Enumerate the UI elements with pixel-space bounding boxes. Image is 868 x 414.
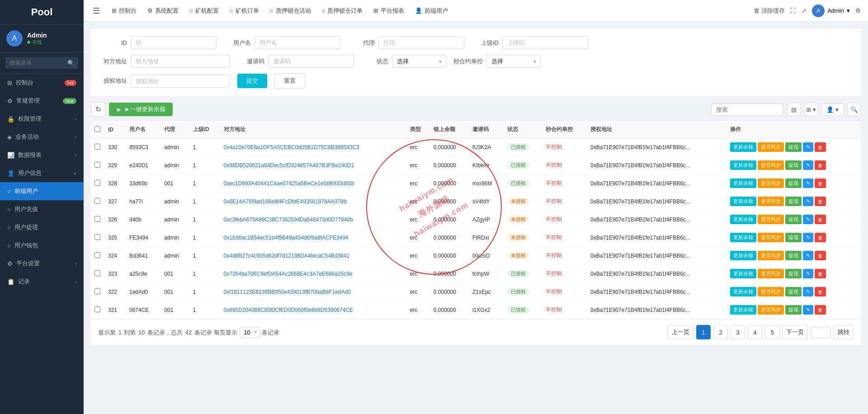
sidebar-item-user-wallet[interactable]: ○用户钱包 xyxy=(0,236,84,254)
counterparty-link[interactable]: 0x7264ba706C9efDA54Ac2668E4c3A7eE686a25c… xyxy=(224,271,353,277)
grid-view-btn[interactable]: ⊞ ▾ xyxy=(804,103,818,116)
sidebar-item-dashboard[interactable]: ⊞控制台 hot xyxy=(0,74,84,92)
counterparty-link[interactable]: 0xec1D993A40441C4ae07425a5BeCe1e58B933d6… xyxy=(224,180,354,187)
filter-auth-address-input[interactable] xyxy=(131,75,230,88)
submit-button[interactable]: 提交 xyxy=(237,74,267,88)
reset-button[interactable]: 重置 xyxy=(274,73,305,89)
withdraw-btn[interactable]: 提现 xyxy=(785,305,802,315)
sidebar-item-general[interactable]: ⚙常规管理 new xyxy=(0,92,84,110)
filter-username-input[interactable] xyxy=(255,36,340,49)
row-checkbox[interactable] xyxy=(94,144,100,150)
sync-btn[interactable]: 是否同步 xyxy=(758,215,784,224)
update-balance-btn[interactable]: 更新余额 xyxy=(730,179,756,188)
withdraw-btn[interactable]: 提现 xyxy=(785,179,802,188)
filter-counterparty-input[interactable] xyxy=(131,55,230,68)
sidebar-item-user-info[interactable]: 👤用户信息 ∨ xyxy=(0,164,84,182)
sync-btn[interactable]: 是否同步 xyxy=(758,233,784,242)
withdraw-btn[interactable]: 提现 xyxy=(785,197,802,206)
edit-btn[interactable]: ✎ xyxy=(803,269,813,278)
row-checkbox[interactable] xyxy=(94,306,100,312)
sidebar-item-data-report[interactable]: 📊数据报表 ‹ xyxy=(0,146,84,164)
filter-invite-input[interactable] xyxy=(268,55,354,68)
delete-btn[interactable]: 🗑 xyxy=(815,269,826,278)
topnav-icon-btn-2[interactable]: ⤢ xyxy=(802,7,807,14)
edit-btn[interactable]: ✎ xyxy=(803,215,813,224)
filter-id-input[interactable] xyxy=(131,36,217,49)
list-view-btn[interactable]: ▤ xyxy=(787,103,801,116)
update-balance-btn[interactable]: 更新余额 xyxy=(730,142,756,152)
page-size-select[interactable]: 10 20 50 xyxy=(240,327,260,338)
counterparty-link[interactable]: 0x98DB526621a64Dec5cfD324857A487B3FBe240… xyxy=(224,162,354,169)
edit-btn[interactable]: ✎ xyxy=(803,233,813,242)
update-balance-btn[interactable]: 更新余额 xyxy=(730,160,756,170)
row-checkbox[interactable] xyxy=(94,198,100,204)
withdraw-btn[interactable]: 提现 xyxy=(785,142,802,152)
delete-btn[interactable]: 🗑 xyxy=(815,160,826,170)
topnav-icon-btn-1[interactable]: ⛶ xyxy=(790,7,796,14)
delete-btn[interactable]: 🗑 xyxy=(815,197,826,206)
counterparty-link[interactable]: 0x4a10e70E6a1DF5A5CEBC0d05B1D75C8B388593… xyxy=(224,144,359,151)
counterparty-link[interactable]: 0x6E14A75f9ad166e8f4FcDfdE493581978AA378… xyxy=(224,198,348,205)
edit-btn[interactable]: ✎ xyxy=(803,305,813,315)
row-checkbox[interactable] xyxy=(94,162,100,168)
settings-gear-btn[interactable]: ⚙ xyxy=(855,7,861,14)
counterparty-link[interactable]: 0xc3febA679A89C38C7362594Da646473d0D7794… xyxy=(224,216,353,223)
delete-btn[interactable]: 🗑 xyxy=(815,233,826,242)
topnav-pledge-activity[interactable]: ○ 质押锁仓活动 xyxy=(265,4,316,18)
edit-btn[interactable]: ✎ xyxy=(803,160,813,170)
update-balance-btn[interactable]: 更新余额 xyxy=(730,269,756,278)
sync-btn[interactable]: 是否同步 xyxy=(758,287,784,296)
sidebar-item-user-recharge[interactable]: ○用户充值 xyxy=(0,200,84,218)
topnav-sys-config[interactable]: ⚙ 系统配置 xyxy=(143,4,183,18)
table-search-input[interactable] xyxy=(711,104,783,116)
row-checkbox[interactable] xyxy=(94,234,100,240)
update-balance-btn[interactable]: 更新余额 xyxy=(730,251,756,260)
delete-btn[interactable]: 🗑 xyxy=(815,215,826,224)
sync-btn[interactable]: 是否同步 xyxy=(758,251,784,260)
edit-btn[interactable]: ✎ xyxy=(803,142,813,152)
prev-page-btn[interactable]: 上一页 xyxy=(668,325,693,339)
page-4-btn[interactable]: 4 xyxy=(748,325,762,339)
topnav-platform-report[interactable]: ⊞ 平台报表 xyxy=(369,4,409,18)
delete-btn[interactable]: 🗑 xyxy=(815,305,826,315)
sidebar-item-user-withdraw[interactable]: ○用户提现 xyxy=(0,218,84,236)
delete-btn[interactable]: 🗑 xyxy=(815,251,826,260)
update-balance-btn[interactable]: 更新余额 xyxy=(730,215,756,224)
topnav-miner-order[interactable]: ○ 矿机订单 xyxy=(225,4,264,18)
page-3-btn[interactable]: 3 xyxy=(731,325,745,339)
row-checkbox[interactable] xyxy=(94,216,100,222)
sync-btn[interactable]: 是否同步 xyxy=(758,142,784,152)
next-page-btn[interactable]: 下一页 xyxy=(782,325,808,339)
edit-btn[interactable]: ✎ xyxy=(803,179,813,188)
bulk-update-btn[interactable]: ► ►一键更新余额 xyxy=(109,103,173,116)
export-btn[interactable]: 👤 ▾ xyxy=(821,104,844,116)
update-balance-btn[interactable]: 更新余额 xyxy=(730,305,756,315)
sync-btn[interactable]: 是否同步 xyxy=(758,269,784,278)
filter-agent-input[interactable] xyxy=(378,36,464,49)
row-checkbox[interactable] xyxy=(94,180,100,186)
sync-btn[interactable]: 是否同步 xyxy=(758,179,784,188)
edit-btn[interactable]: ✎ xyxy=(803,251,813,260)
sync-btn[interactable]: 是否同步 xyxy=(758,160,784,170)
sidebar-item-platform-settings[interactable]: ⚙平台设置 ‹ xyxy=(0,254,84,273)
sidebar-item-frontend-user[interactable]: ○前端用户 xyxy=(0,182,84,200)
row-checkbox[interactable] xyxy=(94,252,100,258)
withdraw-btn[interactable]: 提现 xyxy=(785,233,802,242)
jump-btn[interactable]: 跳转 xyxy=(834,325,854,339)
delete-btn[interactable]: 🗑 xyxy=(815,179,826,188)
update-balance-btn[interactable]: 更新余额 xyxy=(730,233,756,242)
admin-menu[interactable]: A Admin ▾ xyxy=(812,5,850,17)
sidebar-item-records[interactable]: 📋记录 ‹ xyxy=(0,273,84,291)
filter-second-control-select[interactable]: 不控制 xyxy=(486,55,541,68)
withdraw-btn[interactable]: 提现 xyxy=(785,287,802,296)
update-balance-btn[interactable]: 更新余额 xyxy=(730,197,756,206)
row-checkbox[interactable] xyxy=(94,288,100,294)
sidebar-item-permission[interactable]: 🔒权限管理 ‹ xyxy=(0,110,84,128)
counterparty-link[interactable]: 0x1b36ac1B54ec51b4f8B49a454d6f9a8fACFE34… xyxy=(224,235,349,241)
select-all-checkbox[interactable] xyxy=(94,126,100,132)
withdraw-btn[interactable]: 提现 xyxy=(785,215,802,224)
counterparty-link[interactable]: 0x4d8B27c4c905d62df7d12198DA4fecaC54Bd36… xyxy=(224,253,350,259)
counterparty-link[interactable]: 0x685D204068C85f0CfED0D060f0e8d8D5390674… xyxy=(224,307,353,313)
topnav-pledge-order[interactable]: ○ 质押锁仓订单 xyxy=(317,4,368,18)
hamburger-icon[interactable]: ☰ xyxy=(91,4,102,18)
